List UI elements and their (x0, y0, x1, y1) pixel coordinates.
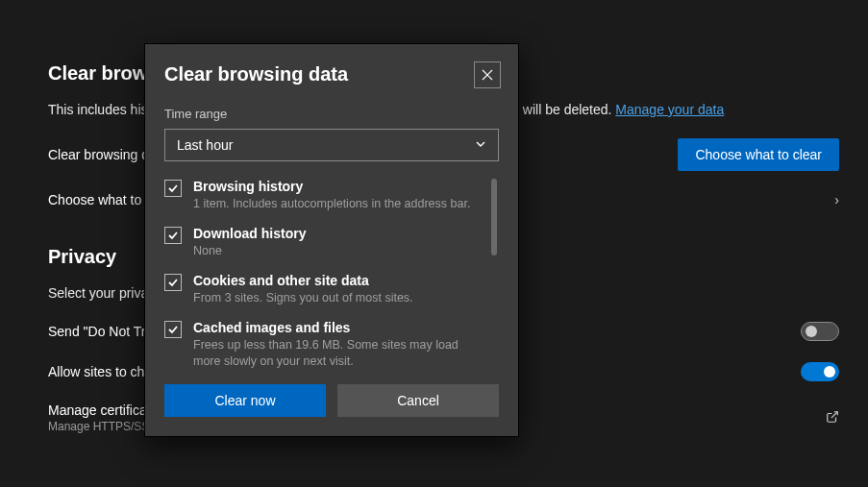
dialog-title: Clear browsing data (164, 63, 499, 85)
check-icon (167, 277, 179, 288)
option-title: Cached images and files (193, 320, 485, 335)
checkbox-download-history[interactable] (164, 227, 182, 244)
external-link-icon (826, 410, 839, 426)
checkbox-cached-files[interactable] (164, 321, 182, 338)
checkbox-browsing-history[interactable] (164, 180, 182, 197)
option-title: Download history (193, 226, 306, 241)
option-sub: Frees up less than 19.6 MB. Some sites m… (193, 337, 485, 370)
options-list: Browsing history 1 item. Includes autoco… (164, 179, 499, 380)
close-icon (482, 69, 493, 81)
cancel-button[interactable]: Cancel (337, 384, 499, 417)
close-button[interactable] (474, 61, 501, 88)
option-sub: None (193, 243, 306, 259)
clear-now-button[interactable]: Clear now (164, 384, 326, 417)
allow-sites-toggle[interactable] (801, 362, 839, 381)
chevron-down-icon (475, 137, 486, 153)
option-title: Browsing history (193, 179, 470, 194)
option-sub: From 3 sites. Signs you out of most site… (193, 290, 413, 306)
dnt-toggle[interactable] (801, 322, 839, 341)
option-download-history: Download history None (164, 226, 485, 259)
option-title: Cookies and other site data (193, 273, 413, 288)
option-cached-files: Cached images and files Frees up less th… (164, 320, 485, 370)
manage-your-data-link[interactable]: Manage your data (615, 102, 724, 117)
time-range-select[interactable]: Last hour (164, 129, 499, 161)
check-icon (167, 324, 179, 335)
option-browsing-history: Browsing history 1 item. Includes autoco… (164, 179, 485, 212)
scrollbar[interactable] (491, 179, 497, 256)
option-cookies: Cookies and other site data From 3 sites… (164, 273, 485, 306)
checkbox-cookies[interactable] (164, 274, 182, 291)
check-icon (167, 230, 179, 241)
time-range-label: Time range (164, 107, 499, 121)
svg-line-0 (831, 411, 837, 417)
clear-browsing-data-dialog: Clear browsing data Time range Last hour… (144, 43, 519, 437)
chevron-right-icon: › (834, 192, 839, 207)
check-icon (167, 183, 179, 194)
time-range-value: Last hour (177, 137, 233, 153)
choose-what-to-clear-button[interactable]: Choose what to clear (678, 138, 839, 171)
option-sub: 1 item. Includes autocompletions in the … (193, 196, 470, 212)
